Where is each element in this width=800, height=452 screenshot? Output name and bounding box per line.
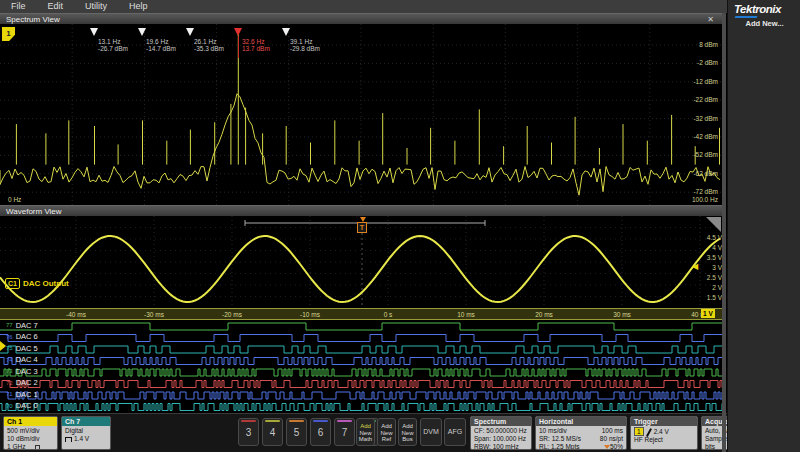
waveform-y-label: 4.5 V <box>692 234 722 241</box>
channel-source-label[interactable]: C1 DAC Output <box>5 278 69 289</box>
digital-row-label[interactable]: 77DAC 7 <box>6 322 38 330</box>
spectrum-badge[interactable]: Spectrum CF: 50.000000 HzSpan: 100.000 H… <box>470 416 532 450</box>
digital-bit-tag: 77 <box>6 322 13 329</box>
peak-marker-icon[interactable] <box>186 28 194 36</box>
channel-button-6[interactable]: 6 <box>310 418 331 446</box>
waveform-y-label: 2.5 V <box>692 274 722 281</box>
digital-bit-tag: 70 <box>6 403 13 410</box>
spectrum-setting-line: CF: 50.000000 Hz <box>474 427 528 435</box>
digital-bit-name: DAC 2 <box>16 379 38 387</box>
spectrum-badge-title: Spectrum <box>471 417 531 426</box>
add-new-math-button[interactable]: AddNewMath <box>356 418 375 446</box>
peak-marker-icon[interactable] <box>138 28 146 36</box>
time-axis-label: 20 ms <box>535 311 553 318</box>
right-sidebar: Tektronix Add New... CursorsCalloutMeasu… <box>727 0 800 452</box>
digital-row-label[interactable]: 76DAC 6 <box>6 333 38 341</box>
ch7-badge[interactable]: Ch 7 Digital 1.4 V <box>61 416 111 450</box>
waveform-view-header[interactable]: Waveform View <box>0 205 722 216</box>
spectrum-y-label: -72 dBm <box>688 188 718 195</box>
panel-resize-handle[interactable] <box>706 217 721 232</box>
horizontal-setting-line: SR: 12.5 MS/s80 ns/pt <box>539 435 623 443</box>
ch1-setting-line: 10 dBm/div <box>7 435 54 443</box>
time-axis-label: -20 ms <box>222 311 242 318</box>
digital-bit-tag: 76 <box>6 334 13 341</box>
trigger-badge-title: Trigger <box>631 417 697 426</box>
peak-marker-icon[interactable] <box>90 28 98 36</box>
trigger-flag-icon[interactable]: T <box>357 222 367 233</box>
menu-edit[interactable]: Edit <box>37 0 75 13</box>
tekscope-app: FileEditUtilityHelp Spectrum View ✕ 1 13… <box>0 0 800 452</box>
digital-row-label[interactable]: 74DAC 4 <box>6 356 38 364</box>
channel-button-4[interactable]: 4 <box>262 418 283 446</box>
channel-button-7[interactable]: 7 <box>334 418 355 446</box>
channel-name: DAC Output <box>23 279 69 288</box>
horizontal-badge[interactable]: Horizontal 10 ms/div100 msSR: 12.5 MS/s8… <box>535 416 627 450</box>
channel-button-3[interactable]: 3 <box>238 418 259 446</box>
waveform-view-title: Waveform View <box>6 206 62 216</box>
probe-icon <box>35 445 40 450</box>
horizontal-setting-line: 10 ms/div100 ms <box>539 427 623 435</box>
digital-bit-tag: 71 <box>6 391 13 398</box>
time-axis: -40 ms-30 ms-20 ms-10 ms0 s10 ms20 ms30 … <box>0 308 722 320</box>
time-axis-label: -30 ms <box>144 311 164 318</box>
digital-group-marker-icon[interactable] <box>0 341 6 351</box>
ch1-badge[interactable]: Ch 1 500 mV/div10 dBm/div1 GHz <box>3 416 58 450</box>
digital-row-label[interactable]: 71DAC 1 <box>6 391 38 399</box>
spectrum-y-label: 8 dBm <box>688 41 718 48</box>
afg-button[interactable]: AFG <box>444 418 466 446</box>
spectrum-view-header[interactable]: Spectrum View ✕ <box>0 13 722 24</box>
tektronix-logo: Tektronix <box>734 3 781 15</box>
menu-help[interactable]: Help <box>118 0 159 13</box>
horizontal-setting-line: RL: 1.25 Mpts50% <box>539 443 623 450</box>
time-axis-label: -40 ms <box>66 311 86 318</box>
marker-readout-5: 39.1 Hz-29.8 dBm <box>290 38 320 52</box>
time-axis-label: 30 ms <box>613 311 631 318</box>
waveform-y-label: 3.5 V <box>692 254 722 261</box>
digital-row-label[interactable]: 70DAC 0 <box>6 402 38 410</box>
add-new-bus-button[interactable]: AddNewBus <box>398 418 417 446</box>
add-new-ref-button[interactable]: AddNewRef <box>377 418 396 446</box>
channel-badge: C1 <box>5 278 20 289</box>
reference-marker-icon[interactable] <box>234 28 242 36</box>
digital-row-label[interactable]: 75DAC 5 <box>6 345 38 353</box>
dvm-button[interactable]: DVM <box>420 418 442 446</box>
marker-readout-2: 19.6 Hz-14.7 dBm <box>146 38 176 52</box>
waveform-y-label: 1.5 V <box>692 294 722 301</box>
reference-marker-line <box>238 36 239 58</box>
digital-bit-tag: 75 <box>6 345 13 352</box>
time-axis-label: 0 s <box>384 311 393 318</box>
spectrum-setting-line: RBW: 100 mHz <box>474 443 528 450</box>
digital-traces <box>0 320 722 413</box>
close-icon[interactable]: ✕ <box>707 14 722 24</box>
spectrum-y-label: -22 dBm <box>688 96 718 103</box>
main-scrollbar[interactable] <box>722 13 726 452</box>
trigger-badge[interactable]: Trigger 1 2.4 V HF Reject <box>630 416 698 450</box>
digital-row-label[interactable]: 73DAC 3 <box>6 368 38 376</box>
ch7-threshold: 1.4 V <box>65 435 107 443</box>
menu-utility[interactable]: Utility <box>74 0 118 13</box>
spectrum-y-label: -62 dBm <box>688 170 718 177</box>
tektronix-logo-accent <box>734 16 757 18</box>
digital-bit-name: DAC 7 <box>16 322 38 330</box>
position-marker-icon <box>604 445 610 449</box>
spectrum-y-label: -12 dBm <box>688 78 718 85</box>
logic-threshold-icon <box>65 437 72 442</box>
bottom-bar: Ch 1 500 mV/div10 dBm/div1 GHz Ch 7 Digi… <box>0 413 800 452</box>
digital-bit-name: DAC 0 <box>16 402 38 410</box>
peak-marker-icon[interactable] <box>282 28 290 36</box>
spectrum-y-label: -52 dBm <box>688 151 718 158</box>
ch1-setting-line: 1 GHz <box>7 443 54 450</box>
spectrum-setting-line: Span: 100.000 Hz <box>474 435 528 443</box>
menu-file[interactable]: File <box>0 0 37 13</box>
marker-readout-3: 26.1 Hz-35.3 dBm <box>194 38 224 52</box>
trigger-level: 2.4 V <box>654 428 669 436</box>
menu-bar: FileEditUtilityHelp <box>0 0 727 13</box>
time-axis-label: 10 ms <box>457 311 475 318</box>
channel-button-5[interactable]: 5 <box>286 418 307 446</box>
waveform-y-label: 3 V <box>692 264 722 271</box>
marker-readout-1: 13.1 Hz-26.7 dBm <box>98 38 128 52</box>
waveform-y-label: 2 V <box>692 284 722 291</box>
digital-bit-name: DAC 3 <box>16 368 38 376</box>
digital-row-label[interactable]: 72DAC 2 <box>6 379 38 387</box>
add-new-label: Add New... <box>728 19 800 28</box>
